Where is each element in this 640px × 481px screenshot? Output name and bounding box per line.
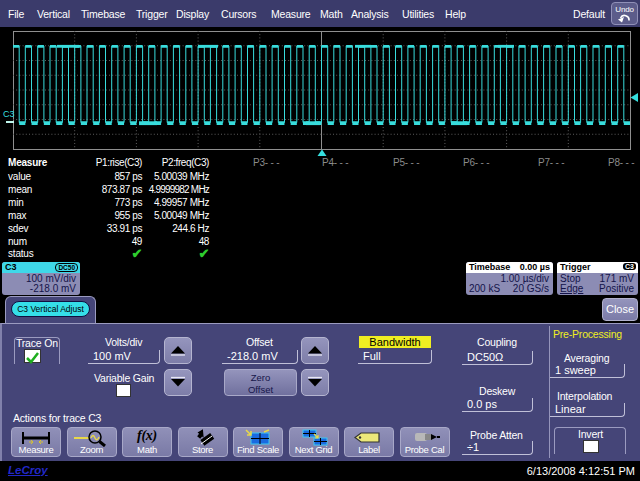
svg-text:C3: C3 (3, 109, 15, 119)
